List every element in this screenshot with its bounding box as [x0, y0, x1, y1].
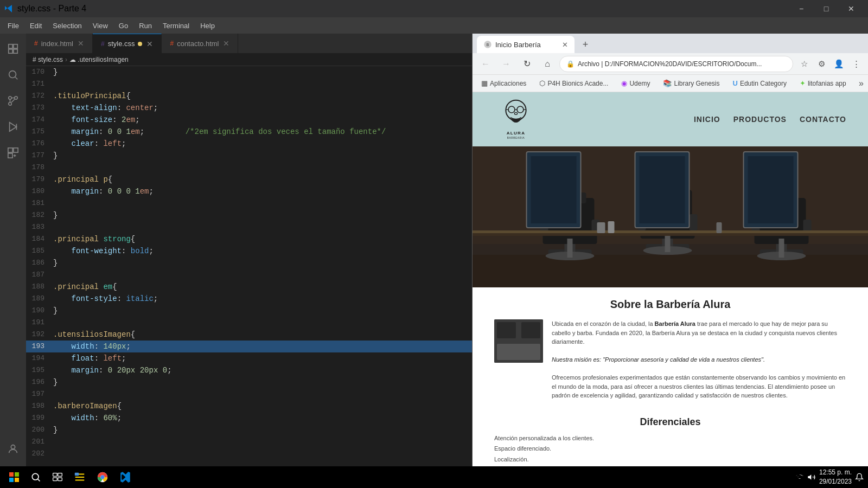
bookmark-p4h[interactable]: ⬡ P4H Bionics Acade... [535, 78, 612, 89]
udemy-icon: ◉ [621, 79, 627, 87]
sidebar-item-extensions[interactable] [0, 140, 26, 166]
breadcrumb-selector[interactable]: ☁ .utensiliosImagen [69, 56, 129, 63]
bookmark-label: Udemy [629, 80, 650, 87]
css-icon: # [101, 40, 105, 48]
menu-selection[interactable]: Selection [47, 20, 87, 32]
browser-tab-close-btn[interactable]: ✕ [562, 41, 568, 49]
nav-contacto[interactable]: CONTACTO [800, 115, 846, 124]
taskbar-chrome[interactable] [92, 468, 113, 486]
svg-rect-3 [14, 49, 17, 53]
menu-terminal[interactable]: Terminal [157, 20, 195, 32]
code-line: 197 [26, 388, 472, 400]
notification-icon [855, 473, 864, 481]
tab-style-css[interactable]: # style.css ✕ [93, 34, 162, 53]
forward-button[interactable]: → [497, 55, 515, 73]
address-bar[interactable]: 🔒 Archivo | D:/INFORMACION%20DAVID/ESCRI… [559, 56, 793, 72]
svg-rect-13 [8, 153, 12, 158]
about-section: Sobre la Barbería Alura Ubicada en el co… [473, 287, 868, 411]
breadcrumb-file[interactable]: # style.css [33, 56, 63, 63]
bookmark-edutin[interactable]: U Edutin Category [729, 78, 791, 89]
new-tab-button[interactable]: + [577, 36, 594, 53]
svg-rect-45 [690, 214, 698, 230]
bookmark-litofanias[interactable]: ✦ litofanias app [795, 78, 851, 89]
reload-button[interactable]: ↻ [518, 55, 535, 73]
search-taskbar-button[interactable] [26, 468, 46, 486]
svg-point-98 [100, 475, 104, 479]
svg-rect-88 [9, 478, 14, 482]
tab-close-contacto[interactable]: ✕ [223, 39, 229, 48]
close-button[interactable]: ✕ [839, 0, 864, 17]
sidebar-item-search[interactable] [0, 62, 26, 88]
browser-tab-title: Inicio Barbería [495, 41, 541, 49]
activity-bar [0, 34, 26, 488]
sidebar-item-source-control[interactable] [0, 88, 26, 114]
nav-inicio[interactable]: INICIO [694, 115, 720, 124]
code-line: 175 margin: 0 0 1em; /*2em significa dos… [26, 126, 472, 138]
start-button[interactable] [4, 468, 24, 486]
menu-help[interactable]: Help [195, 20, 220, 32]
code-line: 200 } [26, 424, 472, 436]
list-item: Espacio diferenciado. [494, 444, 846, 454]
code-line: 171 [26, 78, 472, 90]
menu-edit[interactable]: Edit [24, 20, 47, 32]
menu-button[interactable]: ⋮ [848, 56, 864, 72]
title-bar-title: style.css - Parte 4 [17, 4, 86, 14]
tab-close-index[interactable]: ✕ [78, 39, 84, 48]
svg-rect-67 [608, 221, 615, 233]
browser-tab-bar: B Inicio Barbería ✕ + [473, 34, 868, 53]
p4h-icon: ⬡ [539, 79, 545, 87]
maximize-button[interactable]: □ [814, 0, 839, 17]
tab-close-style[interactable]: ✕ [146, 40, 153, 48]
tab-contacto-html[interactable]: # contacto.html ✕ [162, 34, 238, 53]
menu-go[interactable]: Go [113, 20, 133, 32]
menu-file[interactable]: File [2, 20, 24, 32]
svg-text:BARBEARIA: BARBEARIA [507, 137, 525, 139]
bookmark-library-genesis[interactable]: 📚 Library Genesis [659, 78, 724, 89]
browser-tab-active[interactable]: B Inicio Barbería ✕ [477, 36, 575, 53]
tab-label: style.css [108, 40, 135, 48]
browser-panel: B Inicio Barbería ✕ + ← → ↻ ⌂ 🔒 Archivo … [472, 34, 868, 488]
sidebar-item-account[interactable] [0, 436, 26, 462]
code-line: 172 .tituloPrincipal{ [26, 90, 472, 102]
bookmark-aplicaciones[interactable]: ▦ Aplicaciones [477, 78, 531, 89]
browser-content[interactable]: ALURA BARBEARIA INICIO PRODUCTOS CONTACT… [473, 92, 868, 488]
menu-run[interactable]: Run [133, 20, 157, 32]
url-text: Archivo | D:/INFORMACION%20DAVID/ESCRITO… [578, 60, 786, 68]
code-line: 196 } [26, 376, 472, 388]
code-line: 199 width: 60%; [26, 412, 472, 424]
hero-barber-chairs [473, 146, 868, 287]
back-button[interactable]: ← [477, 55, 494, 73]
list-item: Localización. [494, 454, 846, 465]
code-line: 187 [26, 269, 472, 281]
code-line: 180 margin: 0 0 0 1em; [26, 185, 472, 197]
nav-productos[interactable]: PRODUCTOS [733, 115, 787, 124]
code-line: 195 margin: 0 20px 20px 0; [26, 364, 472, 376]
bookmark-udemy[interactable]: ◉ Udemy [617, 78, 654, 89]
taskbar-vscode[interactable] [115, 468, 136, 486]
bookmarks-more-button[interactable]: » [859, 79, 864, 88]
browser-action-buttons: ☆ ⚙ 👤 ⋮ [796, 56, 864, 72]
about-content: Ubicada en el corazón de la ciudad, la B… [494, 319, 846, 400]
taskview-button[interactable] [48, 468, 67, 486]
bookmark-label: litofanias app [808, 80, 846, 87]
minimize-button[interactable]: − [789, 0, 814, 17]
svg-rect-2 [9, 49, 12, 53]
svg-rect-65 [473, 230, 868, 233]
sidebar-item-run[interactable] [0, 114, 26, 140]
menu-view[interactable]: View [87, 20, 113, 32]
extensions-button[interactable]: ⚙ [814, 56, 829, 72]
svg-point-24 [514, 112, 517, 114]
clock-date: 29/01/2023 [819, 477, 852, 486]
svg-rect-66 [597, 222, 605, 233]
svg-point-14 [11, 445, 15, 449]
home-button[interactable]: ⌂ [539, 55, 556, 73]
bookmark-label: Library Genesis [674, 80, 719, 87]
code-editor[interactable]: 170 } 171 172 .tituloPrincipal{ 173 text… [26, 66, 472, 475]
tab-index-html[interactable]: # index.html ✕ [26, 34, 93, 53]
sidebar-item-explorer[interactable] [0, 36, 26, 62]
about-text: Ubicada en el corazón de la ciudad, la B… [552, 319, 846, 400]
taskbar-explorer[interactable] [69, 468, 90, 486]
bookmark-button[interactable]: ☆ [796, 56, 812, 72]
code-line: 184 .principal strong{ [26, 233, 472, 245]
profile-button[interactable]: 👤 [831, 56, 846, 72]
